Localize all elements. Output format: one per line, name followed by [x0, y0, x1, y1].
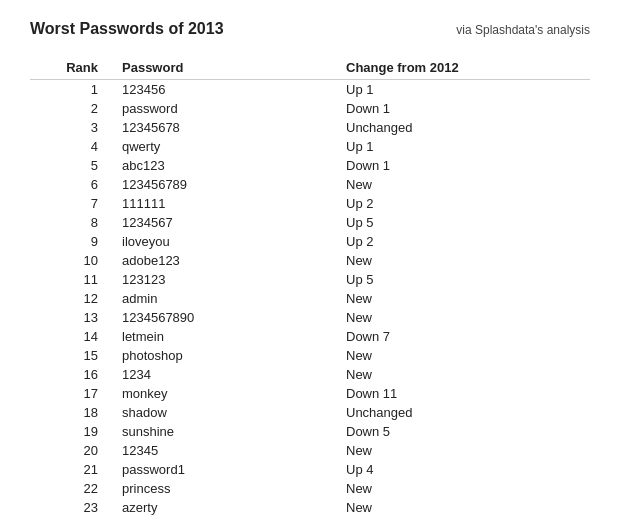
change-cell: Down 1 — [338, 99, 590, 118]
rank-cell: 6 — [30, 175, 114, 194]
password-cell: 12345 — [114, 441, 338, 460]
change-cell: Up 5 — [338, 270, 590, 289]
table-row: 18shadowUnchanged — [30, 403, 590, 422]
rank-cell: 1 — [30, 80, 114, 100]
password-cell: abc123 — [114, 156, 338, 175]
table-row: 131234567890New — [30, 308, 590, 327]
rank-cell: 3 — [30, 118, 114, 137]
table-row: 17monkeyDown 11 — [30, 384, 590, 403]
table-row: 23azertyNew — [30, 498, 590, 517]
rank-cell: 17 — [30, 384, 114, 403]
table-row: 7111111Up 2 — [30, 194, 590, 213]
password-cell: azerty — [114, 498, 338, 517]
rank-cell: 7 — [30, 194, 114, 213]
password-cell: shadow — [114, 403, 338, 422]
table-row: 22princessNew — [30, 479, 590, 498]
password-cell: 123456789 — [114, 175, 338, 194]
change-cell: Up 1 — [338, 137, 590, 156]
change-cell: New — [338, 498, 590, 517]
change-cell: New — [338, 365, 590, 384]
password-cell: 123456 — [114, 80, 338, 100]
page-title: Worst Passwords of 2013 — [30, 20, 224, 38]
change-cell: Up 2 — [338, 194, 590, 213]
rank-cell: 10 — [30, 251, 114, 270]
change-cell: Down 5 — [338, 422, 590, 441]
change-cell: Unchanged — [338, 403, 590, 422]
password-cell: 12345678 — [114, 118, 338, 137]
table-row: 14letmeinDown 7 — [30, 327, 590, 346]
password-cell: password1 — [114, 460, 338, 479]
rank-cell: 11 — [30, 270, 114, 289]
change-cell: New — [338, 289, 590, 308]
password-cell: adobe123 — [114, 251, 338, 270]
rank-cell: 4 — [30, 137, 114, 156]
change-cell: New — [338, 346, 590, 365]
table-row: 81234567Up 5 — [30, 213, 590, 232]
rank-cell: 23 — [30, 498, 114, 517]
password-cell: princess — [114, 479, 338, 498]
password-cell: 111111 — [114, 194, 338, 213]
password-cell: 123123 — [114, 270, 338, 289]
table-row: 2012345New — [30, 441, 590, 460]
change-cell: Unchanged — [338, 118, 590, 137]
password-cell: password — [114, 99, 338, 118]
table-row: 11123123Up 5 — [30, 270, 590, 289]
table-header-row: Rank Password Change from 2012 — [30, 56, 590, 80]
table-row: 6123456789New — [30, 175, 590, 194]
change-cell: New — [338, 441, 590, 460]
change-cell: Down 7 — [338, 327, 590, 346]
table-row: 161234New — [30, 365, 590, 384]
rank-cell: 2 — [30, 99, 114, 118]
rank-cell: 16 — [30, 365, 114, 384]
table-row: 312345678Unchanged — [30, 118, 590, 137]
rank-cell: 5 — [30, 156, 114, 175]
rank-header: Rank — [30, 56, 114, 80]
password-cell: 1234567 — [114, 213, 338, 232]
change-cell: Down 1 — [338, 156, 590, 175]
change-cell: New — [338, 251, 590, 270]
change-header: Change from 2012 — [338, 56, 590, 80]
rank-cell: 19 — [30, 422, 114, 441]
password-cell: monkey — [114, 384, 338, 403]
password-cell: qwerty — [114, 137, 338, 156]
password-cell: iloveyou — [114, 232, 338, 251]
rank-cell: 15 — [30, 346, 114, 365]
table-row: 9iloveyouUp 2 — [30, 232, 590, 251]
password-cell: 1234567890 — [114, 308, 338, 327]
change-cell: Up 4 — [338, 460, 590, 479]
table-row: 15photoshopNew — [30, 346, 590, 365]
rank-cell: 18 — [30, 403, 114, 422]
password-cell: letmein — [114, 327, 338, 346]
change-cell: Down 11 — [338, 384, 590, 403]
table-row: 12adminNew — [30, 289, 590, 308]
password-header: Password — [114, 56, 338, 80]
change-cell: Up 1 — [338, 80, 590, 100]
rank-cell: 8 — [30, 213, 114, 232]
rank-cell: 20 — [30, 441, 114, 460]
change-cell: New — [338, 308, 590, 327]
passwords-table: Rank Password Change from 2012 1123456Up… — [30, 56, 590, 518]
page-subtitle: via Splashdata's analysis — [456, 23, 590, 37]
table-row: 4qwertyUp 1 — [30, 137, 590, 156]
change-cell: Up 5 — [338, 213, 590, 232]
table-row: 21password1Up 4 — [30, 460, 590, 479]
change-cell: New — [338, 175, 590, 194]
change-cell: New — [338, 479, 590, 498]
password-cell: sunshine — [114, 422, 338, 441]
rank-cell: 9 — [30, 232, 114, 251]
password-cell: 1234 — [114, 365, 338, 384]
password-cell: admin — [114, 289, 338, 308]
table-row: 19sunshineDown 5 — [30, 422, 590, 441]
table-row: 10adobe123New — [30, 251, 590, 270]
table-row: 5abc123Down 1 — [30, 156, 590, 175]
rank-cell: 12 — [30, 289, 114, 308]
table-row: 1123456Up 1 — [30, 80, 590, 100]
rank-cell: 13 — [30, 308, 114, 327]
rank-cell: 14 — [30, 327, 114, 346]
password-cell: photoshop — [114, 346, 338, 365]
table-row: 2passwordDown 1 — [30, 99, 590, 118]
rank-cell: 22 — [30, 479, 114, 498]
rank-cell: 21 — [30, 460, 114, 479]
change-cell: Up 2 — [338, 232, 590, 251]
page-header: Worst Passwords of 2013 via Splashdata's… — [30, 20, 590, 38]
